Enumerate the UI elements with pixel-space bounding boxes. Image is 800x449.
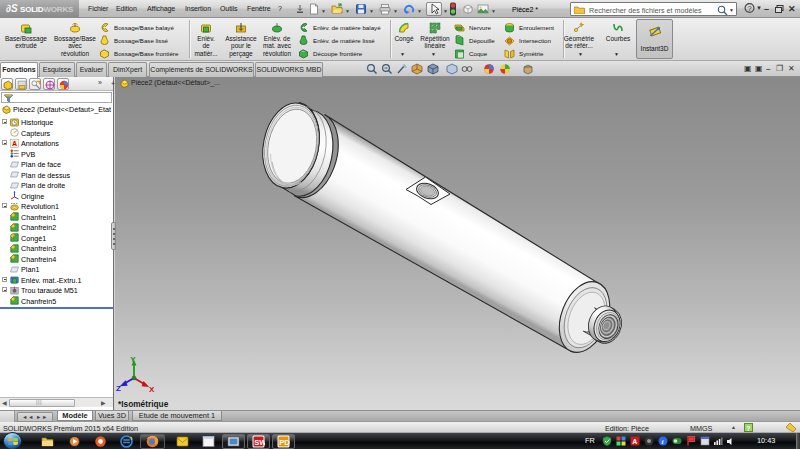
svg-text:A: A (12, 140, 17, 147)
svg-text:i: i (661, 438, 663, 446)
svg-text:Z: Z (116, 384, 121, 393)
svg-text:A: A (632, 438, 637, 445)
svg-text:PD: PD (279, 437, 290, 446)
svg-text:?: ? (747, 4, 752, 13)
svg-text:Y: Y (130, 355, 136, 364)
svg-text:SW: SW (254, 437, 265, 446)
svg-text:X: X (149, 385, 155, 394)
